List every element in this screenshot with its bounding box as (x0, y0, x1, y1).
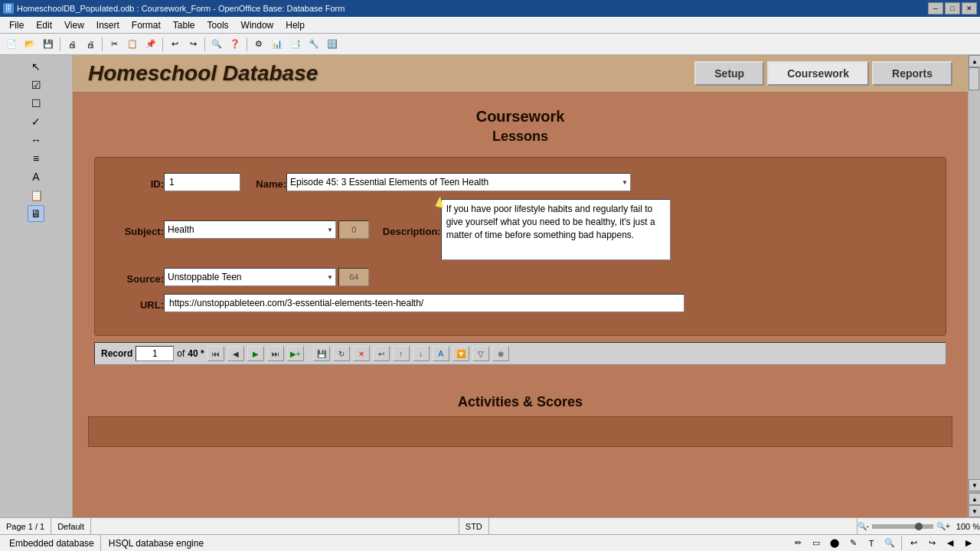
scrollbar-thumb[interactable] (969, 67, 979, 90)
left-icon-6[interactable]: ≡ (28, 150, 44, 167)
toolbar-open[interactable]: 📂 (21, 36, 38, 53)
toolbar-print[interactable]: 🖨 (82, 36, 99, 53)
zoom-thumb[interactable] (915, 523, 923, 530)
btm-tool-10[interactable]: ▶ (960, 535, 977, 552)
nav-filter-1[interactable]: 🔽 (452, 346, 469, 361)
toolbar-paste[interactable]: 📌 (142, 36, 159, 53)
subject-label: Subject: (110, 223, 164, 237)
zoom-slider[interactable] (872, 524, 933, 529)
toolbar-extra-2[interactable]: 📊 (269, 36, 286, 53)
nav-filter-remove[interactable]: ⊗ (492, 346, 509, 361)
btm-tool-7[interactable]: ↩ (905, 535, 922, 552)
zoom-out-icon[interactable]: 🔍- (858, 522, 869, 530)
nav-filter-2[interactable]: ▽ (472, 346, 489, 361)
btm-sep-1 (901, 536, 902, 550)
left-icon-8[interactable]: 📋 (28, 187, 44, 204)
left-icon-4[interactable]: ✓ (28, 113, 44, 130)
scrollbar-right-down[interactable]: ▼ (969, 505, 980, 517)
url-row: URL: (110, 294, 930, 312)
btm-tool-4[interactable]: ✎ (844, 535, 861, 552)
nav-first-button[interactable]: ⏮ (207, 346, 224, 361)
maximize-button[interactable]: □ (945, 2, 960, 15)
toolbar-extra-1[interactable]: ⚙ (250, 36, 267, 53)
toolbar-extra-5[interactable]: 🔠 (324, 36, 341, 53)
scrollbar-right-up[interactable]: ▲ (969, 493, 980, 505)
menu-help[interactable]: Help (279, 18, 311, 32)
window-controls[interactable]: ─ □ ✕ (928, 2, 977, 15)
nav-prev-button[interactable]: ◀ (227, 346, 244, 361)
name-select[interactable]: Episode 45: 3 Essential Elements of Teen… (286, 173, 631, 191)
btm-tool-5[interactable]: T (863, 535, 880, 552)
nav-sort-asc[interactable]: ↑ (393, 346, 410, 361)
nav-delete[interactable]: ✕ (353, 346, 370, 361)
app-title: Homeschool Database (88, 61, 318, 86)
id-field[interactable] (164, 173, 240, 191)
db-engine: HSQL database engine (103, 535, 210, 551)
menu-tools[interactable]: Tools (201, 18, 235, 32)
menu-format[interactable]: Format (126, 18, 167, 32)
nav-setup-button[interactable]: Setup (694, 61, 764, 86)
scrollbar-track[interactable] (969, 67, 980, 479)
nav-sort-desc[interactable]: ↓ (413, 346, 430, 361)
minimize-button[interactable]: ─ (928, 2, 943, 15)
nav-undo-row[interactable]: ↩ (373, 346, 390, 361)
nav-save-row[interactable]: 💾 (313, 346, 330, 361)
scrollbar-up[interactable]: ▲ (969, 55, 980, 67)
toolbar-extra-4[interactable]: 🔧 (305, 36, 322, 53)
btm-tool-1[interactable]: ✏ (789, 535, 806, 552)
nav-next-button[interactable]: ⏭ (267, 346, 284, 361)
btm-tool-6[interactable]: 🔍 (881, 535, 898, 552)
form-card: ID: Name: Episode 45: 3 Essential Elemen… (94, 157, 946, 336)
url-field[interactable] (164, 294, 684, 312)
btm-tool-2[interactable]: ▭ (808, 535, 825, 552)
menu-insert[interactable]: Insert (90, 18, 126, 32)
toolbar-save[interactable]: 💾 (40, 36, 57, 53)
left-icon-2[interactable]: ☑ (28, 77, 44, 93)
subject-select[interactable]: Health (164, 220, 336, 239)
source-select-wrapper[interactable]: Unstoppable Teen (164, 268, 336, 286)
close-button[interactable]: ✕ (962, 2, 977, 15)
left-icon-1[interactable]: ↖ (28, 58, 44, 75)
record-current[interactable] (136, 346, 174, 361)
menu-view[interactable]: View (58, 18, 90, 32)
toolbar-undo[interactable]: ↩ (166, 36, 183, 53)
nav-refresh[interactable]: ↻ (333, 346, 350, 361)
toolbar-print-preview[interactable]: 🖨 (64, 36, 80, 53)
small-field-2: 64 (338, 268, 369, 286)
scrollbar-down[interactable]: ▼ (969, 479, 980, 491)
nav-coursework-button[interactable]: Coursework (767, 61, 869, 86)
btm-tool-3[interactable]: ⬤ (826, 535, 843, 552)
left-icon-3[interactable]: ☐ (28, 95, 44, 112)
nav-new-button[interactable]: ▶+ (287, 346, 304, 361)
name-select-wrapper[interactable]: Episode 45: 3 Essential Elements of Teen… (286, 173, 631, 191)
status-mode: STD (459, 518, 489, 534)
toolbar-redo[interactable]: ↪ (185, 36, 201, 53)
nav-play-button[interactable]: ▶ (247, 346, 264, 361)
toolbar-copy[interactable]: 📋 (124, 36, 141, 53)
btm-tool-9[interactable]: ◀ (942, 535, 959, 552)
left-icon-5[interactable]: ↔ (28, 132, 44, 148)
menu-file[interactable]: File (3, 18, 30, 32)
app-header: Homeschool Database Setup Coursework Rep… (73, 55, 968, 93)
toolbar-help[interactable]: ❓ (227, 36, 243, 53)
left-icon-active[interactable]: 🖥 (28, 205, 44, 222)
record-total: 40 * (188, 348, 204, 359)
toolbar-cut[interactable]: ✂ (106, 36, 122, 53)
source-select[interactable]: Unstoppable Teen (164, 268, 336, 286)
btm-tool-8[interactable]: ↪ (923, 535, 940, 552)
toolbar-extra-3[interactable]: 📑 (287, 36, 304, 53)
toolbar-find[interactable]: 🔍 (208, 36, 225, 53)
subject-select-wrapper[interactable]: Health (164, 220, 336, 239)
left-icon-7[interactable]: A (28, 168, 44, 185)
zoom-in-icon[interactable]: 🔍+ (936, 522, 950, 530)
nav-autofilter[interactable]: A (433, 346, 449, 361)
bottom-toolbar: Embedded database HSQL database engine ✏… (0, 534, 980, 551)
right-scrollbar[interactable]: ▲ ▼ ▲ ▼ (968, 55, 980, 517)
menu-table[interactable]: Table (167, 18, 201, 32)
nav-reports-button[interactable]: Reports (872, 61, 952, 86)
activities-section: Activities & Scores (73, 386, 968, 455)
menu-window[interactable]: Window (235, 18, 280, 32)
menu-edit[interactable]: Edit (30, 18, 58, 32)
zoom-area[interactable]: 🔍- 🔍+ 100 % (858, 522, 980, 531)
toolbar-new[interactable]: 📄 (3, 36, 20, 53)
